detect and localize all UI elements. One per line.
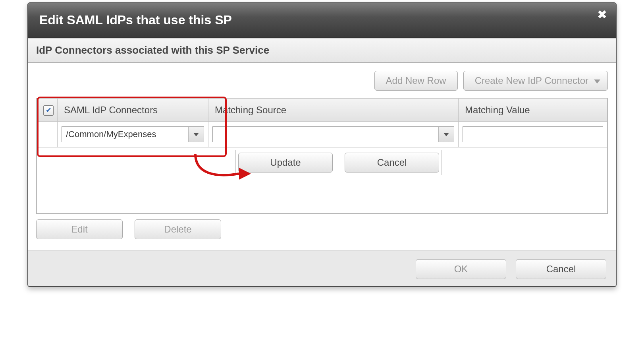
section-inner: Add New Row Create New IdP Connector [28, 63, 616, 245]
top-action-bar: Add New Row Create New IdP Connector [36, 71, 608, 91]
delete-button[interactable]: Delete [135, 219, 221, 239]
dialog-edit-saml-idps: Edit SAML IdPs that use this SP ✖ IdP Co… [27, 2, 617, 287]
dialog-title: Edit SAML IdPs that use this SP [39, 13, 232, 27]
matching-value-input[interactable] [463, 126, 603, 142]
header-saml-idp-connectors[interactable]: SAML IdP Connectors [58, 99, 208, 122]
idp-connectors-grid: ✔ SAML IdP Connectors Matching Source Ma… [36, 98, 608, 214]
row-edit-buttons: Update Cancel [235, 150, 442, 175]
dialog-body: IdP Connectors associated with this SP S… [28, 38, 616, 250]
row-matching-source-cell [208, 122, 459, 147]
select-all-checkbox[interactable]: ✔ [43, 105, 54, 116]
close-icon[interactable]: ✖ [597, 9, 607, 21]
under-grid-actions: Edit Delete [36, 219, 608, 239]
add-new-row-button[interactable]: Add New Row [374, 71, 458, 91]
checkmark-icon: ✔ [46, 107, 52, 114]
saml-idp-connector-input[interactable] [62, 127, 188, 142]
table-row [37, 122, 607, 147]
header-matching-value[interactable]: Matching Value [459, 99, 607, 122]
row-edit-buttons-area: Update Cancel [37, 147, 607, 177]
chevron-down-icon[interactable] [438, 127, 454, 142]
cancel-row-button[interactable]: Cancel [345, 153, 439, 173]
matching-source-input[interactable] [213, 127, 438, 142]
ok-button[interactable]: OK [416, 259, 506, 279]
row-matching-value-cell [459, 122, 607, 147]
header-matching-source[interactable]: Matching Source [208, 99, 459, 122]
dialog-header: Edit SAML IdPs that use this SP ✖ [28, 3, 616, 38]
create-new-idp-connector-label: Create New IdP Connector [475, 75, 588, 86]
cancel-button[interactable]: Cancel [516, 259, 606, 279]
grid-empty-space [37, 177, 607, 213]
header-checkbox-cell: ✔ [37, 99, 58, 122]
section-header: IdP Connectors associated with this SP S… [28, 38, 616, 63]
row-checkbox-cell [37, 122, 58, 147]
row-connector-cell [58, 122, 208, 147]
update-button[interactable]: Update [238, 153, 333, 173]
dialog-footer: OK Cancel [28, 250, 616, 286]
chevron-down-icon[interactable] [188, 127, 204, 142]
grid-bottom-border [37, 213, 607, 213]
create-new-idp-connector-dropdown[interactable]: Create New IdP Connector [463, 71, 608, 91]
matching-source-select[interactable] [212, 126, 454, 142]
saml-idp-connector-select[interactable] [62, 126, 204, 142]
edit-button[interactable]: Edit [36, 219, 123, 239]
table-header-row: ✔ SAML IdP Connectors Matching Source Ma… [37, 99, 607, 122]
